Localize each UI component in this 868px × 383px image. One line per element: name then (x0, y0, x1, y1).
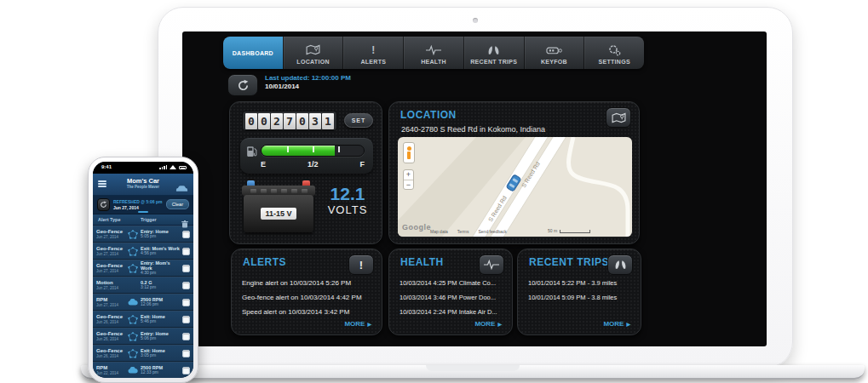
odometer-digit: 7 (284, 113, 296, 129)
nav-tabs: DASHBOARD LOCATION ! ALERTS (223, 37, 644, 69)
fuel-track (261, 145, 365, 157)
map-canvas[interactable]: S Reed Rd S Reed Rd (398, 137, 632, 237)
more-arrow-icon: ▶ (367, 322, 371, 327)
alert-checkbox[interactable] (182, 282, 190, 289)
alert-checkbox[interactable] (182, 316, 190, 323)
odometer-digit: 1 (322, 113, 334, 129)
send-feedback-link[interactable]: Send feedback (478, 229, 506, 234)
trip-item[interactable]: 10/01/2014 5:09 PM - 3.8 miles (528, 290, 634, 305)
alert-date: Jun 26, 2014 (96, 320, 127, 324)
alerts-button[interactable]: ! (348, 254, 374, 275)
tab-keyfob[interactable]: KEYFOB (524, 37, 584, 69)
map-scale-label: 50 m (548, 228, 557, 233)
alert-type: Geo-Fence (96, 229, 127, 235)
alert-checkbox[interactable] (182, 265, 190, 272)
alert-date: Jun 27, 2014 (96, 269, 127, 273)
alert-type: RPM (96, 365, 127, 371)
trash-icon[interactable] (181, 216, 188, 232)
alert-row[interactable]: Motion Jun 27, 2014 0.2 G 3:12 pm (93, 277, 193, 294)
alerts-panel: ALERTS ! Engine alert on 10/03/2014 5:26… (231, 249, 382, 335)
trigger-icon (127, 349, 138, 358)
tab-dashboard[interactable]: DASHBOARD (223, 37, 283, 69)
more-arrow-icon: ▶ (626, 322, 630, 327)
alert-checkbox[interactable] (182, 367, 190, 374)
alert-item[interactable]: Engine alert on 10/03/2014 5:26 PM (242, 276, 375, 290)
zoom-in-button[interactable]: + (404, 170, 413, 180)
alert-row[interactable]: Geo-Fence Jun 27, 2014 Exit: Mom's Work … (93, 243, 193, 260)
keyfob-icon (546, 43, 562, 57)
fuel-label-empty: E (261, 160, 266, 169)
alert-exclamation-icon: ! (359, 260, 363, 271)
health-item[interactable]: 10/03/2014 4:25 PM Climate Co... (400, 276, 505, 290)
location-title: LOCATION (400, 109, 457, 121)
trips-button[interactable] (607, 254, 633, 275)
gears-icon (607, 43, 621, 57)
alert-row[interactable]: Geo-Fence Jun 26, 2014 Exit: Home 5:46 p… (93, 311, 193, 328)
health-button[interactable] (479, 254, 504, 275)
odometer-digit: 2 (271, 113, 283, 129)
alert-row[interactable]: Geo-Fence Jun 27, 2014 Entry: Mom's Work… (93, 260, 193, 277)
alert-type: Geo-Fence (96, 314, 127, 320)
car-icon[interactable] (175, 180, 188, 196)
alert-date: Jun 26, 2014 (96, 337, 127, 341)
map-scale-bar (560, 230, 590, 233)
vehicle-status-panel: 0027031 SET E (229, 101, 382, 244)
alert-checkbox[interactable] (182, 248, 190, 255)
trigger-time: 3:05 pm (141, 353, 182, 358)
trips-more-link[interactable]: MORE▶ (603, 320, 630, 328)
terms-link[interactable]: Terms (457, 229, 469, 234)
alerts-list: Engine alert on 10/03/2014 5:26 PMGeo-fe… (242, 276, 375, 319)
status-time: 9:41 (101, 164, 112, 169)
vehicle-address: 2640-2780 S Reed Rd in Kokomo, Indiana (401, 125, 545, 134)
map-data-link[interactable]: Map data (430, 229, 448, 234)
alert-checkbox[interactable] (182, 333, 190, 340)
zoom-out-button[interactable]: − (404, 180, 413, 190)
alert-type: Geo-Fence (96, 246, 127, 252)
alert-row[interactable]: Geo-Fence Jun 26, 2014 Entry: Home 5:06 … (93, 328, 193, 345)
fuel-level-fill (262, 146, 335, 156)
health-item[interactable]: 10/03/2014 2:24 PM Intake Air D... (400, 305, 505, 319)
clear-button[interactable]: Clear (166, 199, 189, 209)
recent-trips-panel: RECENT TRIPS 10/01/2014 5:22 PM - 3.9 mi… (517, 249, 641, 335)
tab-settings[interactable]: SETTINGS (583, 37, 644, 69)
location-map-button[interactable] (606, 107, 631, 128)
alert-row[interactable]: Geo-Fence Jun 27, 2014 Entry: Home 5:05 … (93, 226, 193, 243)
battery-icon (179, 166, 187, 169)
alert-checkbox[interactable] (182, 299, 190, 306)
phone-refresh-button[interactable] (97, 198, 110, 211)
pegman-control[interactable] (403, 142, 415, 163)
refresh-button[interactable] (227, 74, 258, 96)
fuel-tick-threequarter (338, 146, 340, 152)
trip-item[interactable]: 10/01/2014 5:22 PM - 3.9 miles (528, 276, 634, 290)
camera-dot (473, 18, 478, 23)
wifi-icon (170, 165, 176, 169)
alert-row[interactable]: RPM Jun 27, 2014 2500 RPM 12:06 pm (93, 294, 193, 311)
alert-item[interactable]: Speed alert on 10/03/2014 3:42 PM (242, 305, 375, 319)
alerts-title: ALERTS (243, 256, 286, 268)
alert-table-header: Alert Type Trigger (93, 214, 193, 226)
laptop-base-notch (426, 365, 520, 371)
geofence-icon (128, 230, 138, 239)
odometer: 0027031 (242, 111, 337, 131)
alerts-more-link[interactable]: MORE▶ (344, 320, 371, 328)
last-updated-time: Last updated: 12:00:00 PM (265, 74, 351, 83)
tab-location[interactable]: LOCATION (283, 37, 343, 69)
alert-checkbox[interactable] (182, 350, 190, 357)
tab-health[interactable]: HEALTH (403, 37, 463, 69)
health-more-link[interactable]: MORE▶ (474, 320, 502, 328)
fuel-tick-half (313, 146, 314, 152)
rpm-cloud-icon (128, 299, 138, 306)
odometer-digit: 3 (309, 113, 321, 129)
tab-alerts[interactable]: ! ALERTS (342, 37, 403, 69)
alert-item[interactable]: Geo-fence alert on 10/03/2014 4:42 PM (242, 290, 375, 305)
tab-recent-trips[interactable]: RECENT TRIPS (463, 37, 524, 69)
more-arrow-icon: ▶ (497, 322, 502, 327)
menu-icon[interactable] (98, 180, 106, 188)
phone-screen: 9:41 Mom's Car The People Maver (93, 162, 193, 378)
map-icon (612, 112, 626, 123)
google-logo: Google (402, 223, 431, 232)
odometer-set-button[interactable]: SET (344, 113, 373, 128)
alert-row[interactable]: RPM Jun 22, 2014 2500 RPM 12:33 pm (93, 362, 193, 378)
health-item[interactable]: 10/03/2014 3:46 PM Power Doo... (400, 290, 505, 305)
alert-row[interactable]: Geo-Fence Jun 26, 2014 Exit: Home 3:05 p… (93, 345, 193, 362)
